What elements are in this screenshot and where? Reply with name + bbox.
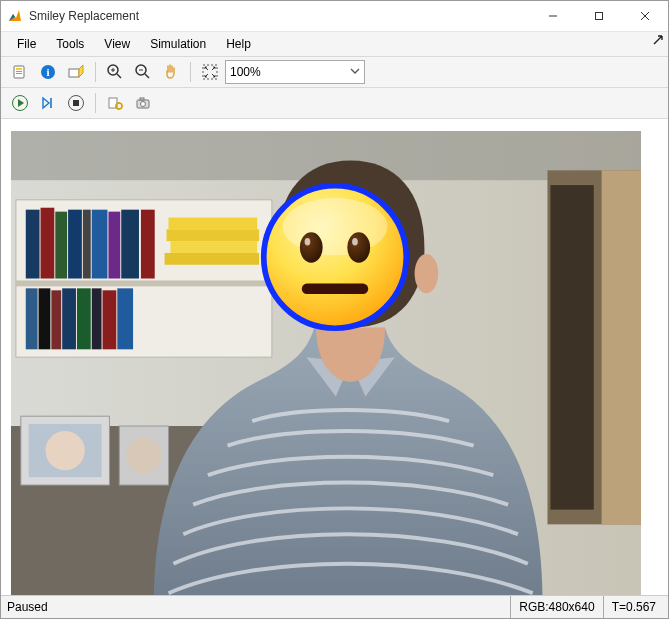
svg-rect-6: [16, 71, 22, 72]
svg-rect-54: [103, 290, 117, 349]
svg-rect-45: [170, 241, 257, 253]
svg-rect-39: [92, 210, 108, 279]
svg-rect-49: [39, 288, 51, 349]
step-forward-button[interactable]: [35, 90, 61, 116]
minimize-button[interactable]: [530, 1, 576, 31]
info-button[interactable]: i: [35, 59, 61, 85]
svg-rect-35: [41, 208, 55, 279]
svg-rect-55: [117, 288, 133, 349]
svg-rect-1: [596, 13, 603, 20]
svg-rect-52: [77, 288, 91, 349]
close-button[interactable]: [622, 1, 668, 31]
play-button[interactable]: [7, 90, 33, 116]
svg-rect-36: [55, 212, 67, 279]
undock-icon[interactable]: [652, 34, 664, 49]
svg-rect-42: [141, 210, 155, 279]
statusbar: Paused RGB:480x640 T=0.567: [1, 595, 668, 618]
chevron-down-icon: [350, 65, 360, 79]
svg-rect-43: [169, 218, 258, 230]
svg-line-12: [117, 74, 121, 78]
svg-rect-41: [121, 210, 139, 279]
svg-rect-51: [62, 288, 76, 349]
svg-rect-34: [26, 210, 40, 279]
snapshot-button[interactable]: [130, 90, 156, 116]
menu-view[interactable]: View: [94, 35, 140, 53]
svg-rect-31: [602, 170, 641, 524]
svg-point-61: [126, 438, 161, 473]
window-root: Smiley Replacement File Tools View Simul…: [0, 0, 669, 619]
menu-tools[interactable]: Tools: [46, 35, 94, 53]
zoom-level-select[interactable]: 100%: [225, 60, 365, 84]
svg-rect-47: [16, 280, 272, 286]
svg-point-66: [300, 232, 323, 262]
status-state: Paused: [5, 600, 510, 614]
separator: [190, 62, 191, 82]
zoom-level-value: 100%: [230, 65, 261, 79]
svg-point-59: [45, 431, 84, 470]
svg-rect-22: [73, 100, 79, 106]
svg-rect-70: [302, 284, 369, 294]
pan-button[interactable]: [158, 59, 184, 85]
svg-point-27: [141, 102, 146, 107]
stop-button[interactable]: [63, 90, 89, 116]
separator: [95, 93, 96, 113]
video-canvas: [1, 119, 668, 595]
video-frame: [11, 131, 641, 595]
svg-rect-38: [83, 210, 91, 279]
status-resolution: RGB:480x640: [510, 596, 602, 618]
svg-line-16: [145, 74, 149, 78]
svg-point-68: [305, 238, 311, 246]
svg-point-69: [352, 238, 358, 246]
svg-rect-46: [165, 253, 260, 265]
menu-help[interactable]: Help: [216, 35, 261, 53]
menu-simulation[interactable]: Simulation: [140, 35, 216, 53]
highlight-button[interactable]: [63, 59, 89, 85]
maximize-button[interactable]: [576, 1, 622, 31]
svg-rect-53: [92, 288, 102, 349]
zoom-in-button[interactable]: [102, 59, 128, 85]
fit-view-button[interactable]: [197, 59, 223, 85]
zoom-out-button[interactable]: [130, 59, 156, 85]
separator: [95, 62, 96, 82]
svg-rect-26: [140, 98, 144, 100]
toolbar-main: i 100%: [1, 57, 668, 88]
svg-rect-5: [16, 68, 22, 70]
window-controls: [530, 1, 668, 31]
titlebar: Smiley Replacement: [1, 1, 668, 32]
smiley-overlay: [259, 181, 411, 333]
svg-rect-37: [68, 210, 82, 279]
menubar: File Tools View Simulation Help: [1, 32, 668, 57]
svg-rect-10: [69, 69, 79, 77]
matlab-icon: [7, 8, 23, 24]
svg-rect-32: [550, 185, 593, 510]
toolbar-simulation: [1, 88, 668, 119]
svg-point-67: [347, 232, 370, 262]
svg-point-65: [283, 198, 388, 255]
svg-point-63: [415, 254, 439, 293]
svg-text:i: i: [46, 66, 49, 78]
svg-rect-40: [108, 212, 120, 279]
status-time: T=0.567: [603, 596, 664, 618]
new-model-button[interactable]: [7, 59, 33, 85]
svg-rect-50: [51, 290, 61, 349]
window-title: Smiley Replacement: [29, 9, 530, 23]
settings-button[interactable]: [102, 90, 128, 116]
svg-rect-7: [16, 73, 22, 74]
svg-rect-44: [167, 229, 260, 241]
svg-rect-48: [26, 288, 38, 349]
menu-file[interactable]: File: [7, 35, 46, 53]
